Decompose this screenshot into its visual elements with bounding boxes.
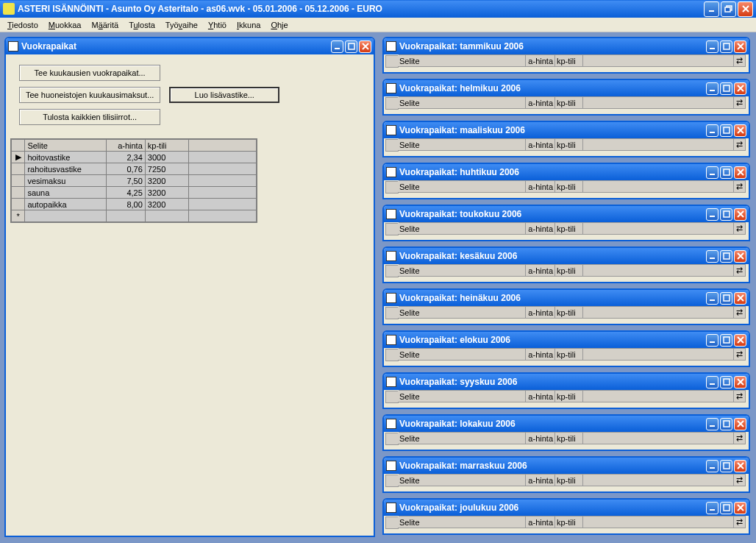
vuokrapaikat-grid[interactable]: Selite a-hinta kp-tili ▶hoitovastike2,34… (10, 138, 257, 223)
col-selite[interactable]: Selite (398, 55, 526, 66)
child-maximize-button[interactable] (720, 250, 732, 263)
menu-ikkuna[interactable]: Ikkuna (232, 19, 265, 31)
col-ahinta[interactable]: a-hinta (526, 265, 555, 276)
month-titlebar[interactable]: Vuokrapaikat: heinäkuu 2006 (384, 290, 749, 306)
month-titlebar[interactable]: Vuokrapaikat: elokuu 2006 (384, 332, 749, 348)
child-close-button[interactable] (734, 418, 746, 430)
scroll-indicator-icon[interactable]: ⇄ (734, 139, 746, 150)
child-close-button[interactable] (734, 250, 746, 263)
col-selite[interactable]: Selite (398, 307, 526, 318)
col-selite[interactable]: Selite (398, 181, 526, 192)
col-kptili[interactable]: kp-tili (555, 433, 583, 444)
make-months-button[interactable]: Tee kuukausien vuokrapaikat... (19, 65, 160, 81)
child-maximize-button[interactable] (720, 124, 732, 137)
menu-tulosta[interactable]: Tulosta (124, 19, 160, 31)
child-close-button[interactable] (734, 460, 746, 472)
child-close-button[interactable] (734, 292, 746, 305)
col-kptili[interactable]: kp-tili (555, 139, 583, 150)
row-header[interactable] (385, 349, 399, 361)
child-minimize-button[interactable] (331, 40, 343, 53)
row-header[interactable] (385, 475, 399, 487)
child-close-button[interactable] (734, 124, 746, 137)
cell-ahinta[interactable]: 2,34 (106, 152, 145, 163)
child-maximize-button[interactable] (720, 460, 732, 472)
month-titlebar[interactable]: Vuokrapaikat: helmikuu 2006 (384, 80, 749, 96)
scroll-indicator-icon[interactable]: ⇄ (734, 97, 746, 108)
child-minimize-button[interactable] (706, 376, 718, 388)
col-ahinta[interactable]: a-hinta (526, 433, 555, 444)
scroll-indicator-icon[interactable]: ⇄ (734, 433, 746, 444)
col-selite[interactable]: Selite (398, 517, 526, 528)
month-grid-header[interactable]: Selitea-hintakp-tili⇄ (399, 138, 746, 151)
print-transfers-button[interactable]: Tulosta kaikkien tilisiirrot... (19, 109, 160, 125)
col-ahinta[interactable]: a-hinta (526, 223, 555, 234)
child-maximize-button[interactable] (720, 40, 732, 53)
menu-ohje[interactable]: Ohje (266, 19, 292, 31)
month-grid-header[interactable]: Selitea-hintakp-tili⇄ (399, 474, 746, 486)
row-header[interactable] (385, 55, 399, 68)
scroll-indicator-icon[interactable]: ⇄ (734, 307, 746, 318)
cell-selite[interactable]: rahoitusvastike (25, 163, 106, 175)
col-selite[interactable]: Selite (398, 139, 526, 150)
row-header[interactable] (385, 391, 399, 403)
col-selite[interactable]: Selite (398, 391, 526, 402)
scroll-indicator-icon[interactable]: ⇄ (734, 265, 746, 276)
col-ahinta[interactable]: a-hinta (526, 181, 555, 192)
child-minimize-button[interactable] (706, 166, 718, 179)
month-grid-header[interactable]: Selitea-hintakp-tili⇄ (399, 222, 746, 235)
window-titlebar[interactable]: Vuokrapaikat (6, 38, 374, 54)
col-ahinta[interactable]: a-hinta (526, 307, 555, 318)
cell-kptili[interactable]: 3200 (145, 199, 188, 210)
col-ahinta[interactable]: a-hinta (526, 475, 555, 486)
scroll-indicator-icon[interactable]: ⇄ (734, 517, 746, 528)
col-ahinta[interactable]: a-hinta (526, 97, 555, 108)
month-grid-header[interactable]: Selitea-hintakp-tili⇄ (399, 264, 746, 277)
child-minimize-button[interactable] (706, 502, 718, 514)
menu-tiedosto[interactable]: Tiedosto (3, 19, 43, 31)
cell-kptili[interactable]: 7250 (145, 163, 188, 175)
month-titlebar[interactable]: Vuokrapaikat: lokakuu 2006 (384, 416, 749, 432)
cell-extra[interactable] (189, 199, 257, 210)
child-maximize-button[interactable] (720, 292, 732, 305)
col-selite[interactable]: Selite (398, 475, 526, 486)
menu-tyovaihe[interactable]: Työvaihe (161, 19, 202, 31)
col-kptili[interactable]: kp-tili (555, 349, 583, 360)
cell-extra[interactable] (189, 163, 257, 175)
scroll-indicator-icon[interactable]: ⇄ (734, 181, 746, 192)
col-selite[interactable]: Selite (398, 433, 526, 444)
table-new-row[interactable]: * (12, 210, 257, 222)
child-minimize-button[interactable] (706, 82, 718, 95)
row-header[interactable] (385, 433, 399, 445)
row-header[interactable] (12, 187, 25, 199)
col-kptili[interactable]: kp-tili (555, 475, 583, 486)
col-selite[interactable]: Selite (398, 97, 526, 108)
cell-selite[interactable]: sauna (25, 187, 106, 199)
cell-extra[interactable] (189, 152, 257, 163)
make-apartments-button[interactable]: Tee huoneistojen kuukausimaksut... (19, 87, 160, 103)
cell-selite[interactable]: vesimaksu (25, 175, 106, 187)
month-grid-header[interactable]: Selitea-hintakp-tili⇄ (399, 390, 746, 402)
table-row[interactable]: rahoitusvastike0,767250 (12, 163, 257, 175)
cell-kptili[interactable]: 3000 (145, 152, 188, 163)
month-titlebar[interactable]: Vuokrapaikat: huhtikuu 2006 (384, 164, 749, 180)
table-row[interactable]: vesimaksu7,503200 (12, 175, 257, 187)
scroll-indicator-icon[interactable]: ⇄ (734, 55, 746, 66)
col-extra[interactable] (189, 140, 257, 152)
cell-kptili[interactable]: 3200 (145, 187, 188, 199)
child-maximize-button[interactable] (720, 82, 732, 95)
child-maximize-button[interactable] (720, 166, 732, 179)
menu-muokkaa[interactable]: Muokkaa (44, 19, 86, 31)
col-kptili[interactable]: kp-tili (555, 97, 583, 108)
cell-ahinta[interactable]: 8,00 (106, 199, 145, 210)
row-header[interactable] (12, 163, 25, 175)
col-kptili[interactable]: kp-tili (145, 140, 188, 152)
child-minimize-button[interactable] (706, 334, 718, 347)
child-minimize-button[interactable] (706, 292, 718, 305)
table-row[interactable]: autopaikka8,003200 (12, 199, 257, 210)
month-titlebar[interactable]: Vuokrapaikat: toukokuu 2006 (384, 206, 749, 222)
minimize-button[interactable] (704, 1, 719, 17)
child-close-button[interactable] (734, 82, 746, 95)
child-maximize-button[interactable] (720, 418, 732, 430)
col-kptili[interactable]: kp-tili (555, 517, 583, 528)
child-minimize-button[interactable] (706, 208, 718, 221)
